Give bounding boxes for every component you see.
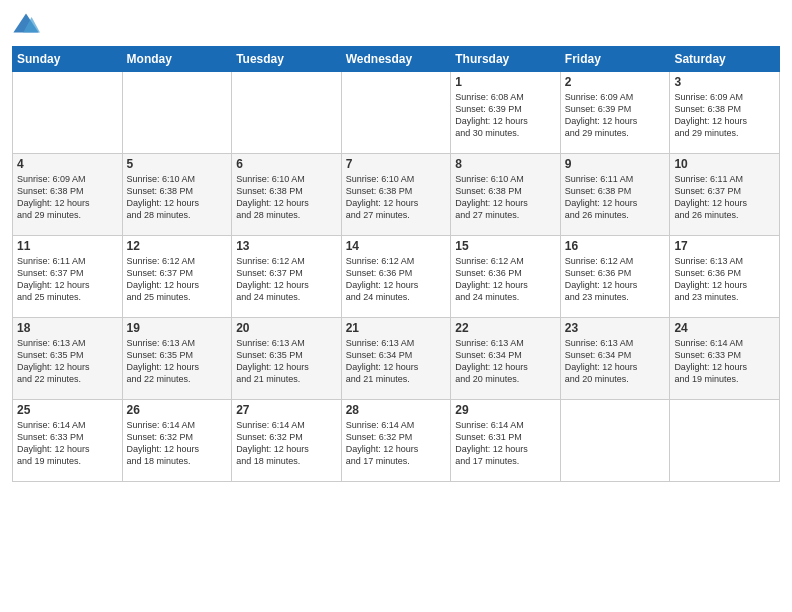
calendar-cell: 8Sunrise: 6:10 AM Sunset: 6:38 PM Daylig…	[451, 154, 561, 236]
day-number: 27	[236, 403, 337, 417]
logo	[12, 10, 44, 38]
day-info: Sunrise: 6:14 AM Sunset: 6:31 PM Dayligh…	[455, 419, 556, 468]
calendar-cell: 29Sunrise: 6:14 AM Sunset: 6:31 PM Dayli…	[451, 400, 561, 482]
day-info: Sunrise: 6:10 AM Sunset: 6:38 PM Dayligh…	[346, 173, 447, 222]
day-info: Sunrise: 6:09 AM Sunset: 6:38 PM Dayligh…	[674, 91, 775, 140]
calendar-cell: 26Sunrise: 6:14 AM Sunset: 6:32 PM Dayli…	[122, 400, 232, 482]
calendar-cell	[670, 400, 780, 482]
logo-icon	[12, 10, 40, 38]
day-info: Sunrise: 6:12 AM Sunset: 6:36 PM Dayligh…	[565, 255, 666, 304]
day-number: 4	[17, 157, 118, 171]
day-number: 9	[565, 157, 666, 171]
calendar-cell: 24Sunrise: 6:14 AM Sunset: 6:33 PM Dayli…	[670, 318, 780, 400]
calendar-cell: 5Sunrise: 6:10 AM Sunset: 6:38 PM Daylig…	[122, 154, 232, 236]
day-info: Sunrise: 6:14 AM Sunset: 6:32 PM Dayligh…	[236, 419, 337, 468]
calendar-cell: 7Sunrise: 6:10 AM Sunset: 6:38 PM Daylig…	[341, 154, 451, 236]
calendar-cell: 10Sunrise: 6:11 AM Sunset: 6:37 PM Dayli…	[670, 154, 780, 236]
calendar-cell: 6Sunrise: 6:10 AM Sunset: 6:38 PM Daylig…	[232, 154, 342, 236]
day-info: Sunrise: 6:13 AM Sunset: 6:34 PM Dayligh…	[455, 337, 556, 386]
calendar-cell: 11Sunrise: 6:11 AM Sunset: 6:37 PM Dayli…	[13, 236, 123, 318]
day-number: 28	[346, 403, 447, 417]
day-info: Sunrise: 6:12 AM Sunset: 6:36 PM Dayligh…	[346, 255, 447, 304]
calendar-cell: 20Sunrise: 6:13 AM Sunset: 6:35 PM Dayli…	[232, 318, 342, 400]
day-number: 2	[565, 75, 666, 89]
calendar-cell	[13, 72, 123, 154]
page-container: SundayMondayTuesdayWednesdayThursdayFrid…	[0, 0, 792, 490]
day-number: 10	[674, 157, 775, 171]
day-info: Sunrise: 6:09 AM Sunset: 6:39 PM Dayligh…	[565, 91, 666, 140]
day-number: 14	[346, 239, 447, 253]
day-number: 15	[455, 239, 556, 253]
calendar-week-3: 18Sunrise: 6:13 AM Sunset: 6:35 PM Dayli…	[13, 318, 780, 400]
day-number: 26	[127, 403, 228, 417]
calendar-cell: 15Sunrise: 6:12 AM Sunset: 6:36 PM Dayli…	[451, 236, 561, 318]
day-info: Sunrise: 6:13 AM Sunset: 6:34 PM Dayligh…	[565, 337, 666, 386]
calendar-cell: 22Sunrise: 6:13 AM Sunset: 6:34 PM Dayli…	[451, 318, 561, 400]
calendar-cell: 1Sunrise: 6:08 AM Sunset: 6:39 PM Daylig…	[451, 72, 561, 154]
header-monday: Monday	[122, 47, 232, 72]
day-number: 21	[346, 321, 447, 335]
calendar-cell: 21Sunrise: 6:13 AM Sunset: 6:34 PM Dayli…	[341, 318, 451, 400]
day-info: Sunrise: 6:14 AM Sunset: 6:33 PM Dayligh…	[674, 337, 775, 386]
calendar-table: SundayMondayTuesdayWednesdayThursdayFrid…	[12, 46, 780, 482]
day-info: Sunrise: 6:10 AM Sunset: 6:38 PM Dayligh…	[236, 173, 337, 222]
calendar-cell: 2Sunrise: 6:09 AM Sunset: 6:39 PM Daylig…	[560, 72, 670, 154]
header-wednesday: Wednesday	[341, 47, 451, 72]
header-saturday: Saturday	[670, 47, 780, 72]
calendar-cell: 28Sunrise: 6:14 AM Sunset: 6:32 PM Dayli…	[341, 400, 451, 482]
day-info: Sunrise: 6:12 AM Sunset: 6:36 PM Dayligh…	[455, 255, 556, 304]
day-info: Sunrise: 6:09 AM Sunset: 6:38 PM Dayligh…	[17, 173, 118, 222]
day-number: 23	[565, 321, 666, 335]
calendar-cell: 23Sunrise: 6:13 AM Sunset: 6:34 PM Dayli…	[560, 318, 670, 400]
day-number: 20	[236, 321, 337, 335]
day-number: 6	[236, 157, 337, 171]
day-info: Sunrise: 6:12 AM Sunset: 6:37 PM Dayligh…	[127, 255, 228, 304]
header-friday: Friday	[560, 47, 670, 72]
day-info: Sunrise: 6:14 AM Sunset: 6:32 PM Dayligh…	[127, 419, 228, 468]
calendar-cell	[232, 72, 342, 154]
day-info: Sunrise: 6:11 AM Sunset: 6:37 PM Dayligh…	[17, 255, 118, 304]
calendar-week-1: 4Sunrise: 6:09 AM Sunset: 6:38 PM Daylig…	[13, 154, 780, 236]
day-number: 17	[674, 239, 775, 253]
day-number: 1	[455, 75, 556, 89]
day-info: Sunrise: 6:13 AM Sunset: 6:34 PM Dayligh…	[346, 337, 447, 386]
day-info: Sunrise: 6:11 AM Sunset: 6:38 PM Dayligh…	[565, 173, 666, 222]
calendar-cell: 17Sunrise: 6:13 AM Sunset: 6:36 PM Dayli…	[670, 236, 780, 318]
day-number: 24	[674, 321, 775, 335]
day-number: 13	[236, 239, 337, 253]
day-number: 29	[455, 403, 556, 417]
calendar-week-0: 1Sunrise: 6:08 AM Sunset: 6:39 PM Daylig…	[13, 72, 780, 154]
day-number: 25	[17, 403, 118, 417]
calendar-cell: 12Sunrise: 6:12 AM Sunset: 6:37 PM Dayli…	[122, 236, 232, 318]
calendar-cell: 9Sunrise: 6:11 AM Sunset: 6:38 PM Daylig…	[560, 154, 670, 236]
day-info: Sunrise: 6:14 AM Sunset: 6:32 PM Dayligh…	[346, 419, 447, 468]
day-info: Sunrise: 6:12 AM Sunset: 6:37 PM Dayligh…	[236, 255, 337, 304]
day-info: Sunrise: 6:13 AM Sunset: 6:35 PM Dayligh…	[236, 337, 337, 386]
calendar-week-4: 25Sunrise: 6:14 AM Sunset: 6:33 PM Dayli…	[13, 400, 780, 482]
day-info: Sunrise: 6:08 AM Sunset: 6:39 PM Dayligh…	[455, 91, 556, 140]
day-info: Sunrise: 6:13 AM Sunset: 6:35 PM Dayligh…	[17, 337, 118, 386]
day-number: 16	[565, 239, 666, 253]
day-info: Sunrise: 6:10 AM Sunset: 6:38 PM Dayligh…	[455, 173, 556, 222]
calendar-cell: 19Sunrise: 6:13 AM Sunset: 6:35 PM Dayli…	[122, 318, 232, 400]
day-number: 7	[346, 157, 447, 171]
calendar-cell: 4Sunrise: 6:09 AM Sunset: 6:38 PM Daylig…	[13, 154, 123, 236]
day-info: Sunrise: 6:13 AM Sunset: 6:36 PM Dayligh…	[674, 255, 775, 304]
day-number: 18	[17, 321, 118, 335]
day-info: Sunrise: 6:11 AM Sunset: 6:37 PM Dayligh…	[674, 173, 775, 222]
day-info: Sunrise: 6:10 AM Sunset: 6:38 PM Dayligh…	[127, 173, 228, 222]
calendar-header-row: SundayMondayTuesdayWednesdayThursdayFrid…	[13, 47, 780, 72]
day-number: 8	[455, 157, 556, 171]
calendar-week-2: 11Sunrise: 6:11 AM Sunset: 6:37 PM Dayli…	[13, 236, 780, 318]
calendar-cell	[341, 72, 451, 154]
header-thursday: Thursday	[451, 47, 561, 72]
calendar-cell: 14Sunrise: 6:12 AM Sunset: 6:36 PM Dayli…	[341, 236, 451, 318]
day-info: Sunrise: 6:13 AM Sunset: 6:35 PM Dayligh…	[127, 337, 228, 386]
calendar-cell: 27Sunrise: 6:14 AM Sunset: 6:32 PM Dayli…	[232, 400, 342, 482]
day-number: 22	[455, 321, 556, 335]
calendar-cell: 13Sunrise: 6:12 AM Sunset: 6:37 PM Dayli…	[232, 236, 342, 318]
calendar-cell: 16Sunrise: 6:12 AM Sunset: 6:36 PM Dayli…	[560, 236, 670, 318]
day-info: Sunrise: 6:14 AM Sunset: 6:33 PM Dayligh…	[17, 419, 118, 468]
header-tuesday: Tuesday	[232, 47, 342, 72]
page-header	[12, 10, 780, 38]
